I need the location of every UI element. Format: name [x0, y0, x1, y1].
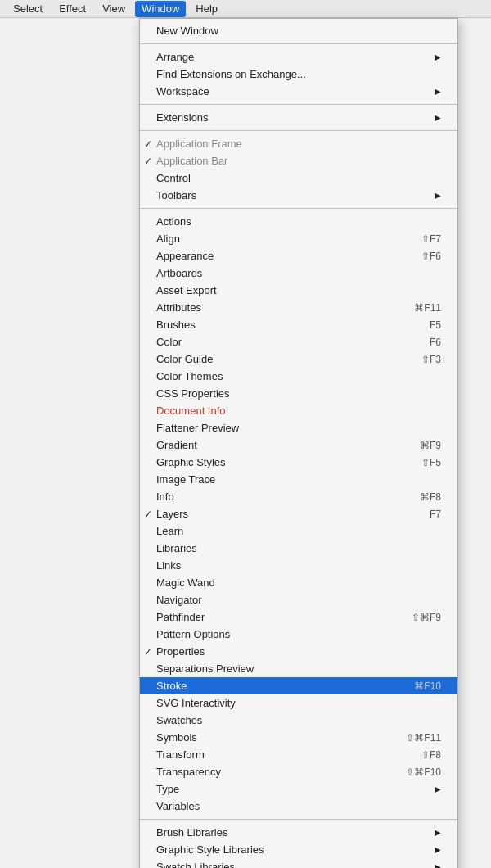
menu-item-symbols[interactable]: Symbols⇧⌘F11: [140, 729, 457, 746]
arrow-icon: ▶: [435, 828, 441, 837]
menu-item-image-trace[interactable]: Image Trace: [140, 471, 457, 488]
menu-item-svg-interactivity[interactable]: SVG Interactivity: [140, 694, 457, 712]
menubar-help[interactable]: Help: [189, 1, 224, 17]
divider-5: [140, 819, 457, 820]
menu-item-brushes[interactable]: BrushesF5: [140, 316, 457, 333]
menu-item-asset-export[interactable]: Asset Export: [140, 282, 457, 299]
menu-item-transform[interactable]: Transform⇧F8: [140, 746, 457, 763]
menu-item-stroke[interactable]: Stroke ⌘F10: [140, 677, 457, 694]
menu-item-properties[interactable]: ✓ Properties: [140, 643, 457, 660]
menu-item-color[interactable]: ColorF6: [140, 333, 457, 350]
menu-item-css-properties[interactable]: CSS Properties: [140, 385, 457, 402]
menu-item-libraries[interactable]: Libraries: [140, 540, 457, 557]
menu-item-artboards[interactable]: Artboards: [140, 264, 457, 282]
divider-4: [140, 208, 457, 209]
divider-2: [140, 104, 457, 105]
menu-item-separations-preview[interactable]: Separations Preview: [140, 660, 457, 677]
menu-item-navigator[interactable]: Navigator: [140, 591, 457, 608]
arrow-icon: ▶: [435, 191, 441, 200]
menu-item-flattener-preview[interactable]: Flattener Preview: [140, 419, 457, 436]
menubar-window[interactable]: Window: [135, 1, 186, 17]
menu-item-color-guide[interactable]: Color Guide⇧F3: [140, 350, 457, 368]
menu-item-toolbars[interactable]: Toolbars ▶: [140, 187, 457, 204]
menu-item-type[interactable]: Type▶: [140, 780, 457, 798]
menu-item-links[interactable]: Links: [140, 557, 457, 574]
menu-item-workspace[interactable]: Workspace ▶: [140, 83, 457, 100]
check-icon: ✓: [144, 509, 152, 520]
menu-item-swatch-libraries[interactable]: Swatch Libraries▶: [140, 858, 457, 868]
menu-item-pattern-options[interactable]: Pattern Options: [140, 626, 457, 643]
menu-item-graphic-styles[interactable]: Graphic Styles⇧F5: [140, 454, 457, 471]
menubar-effect[interactable]: Effect: [52, 1, 92, 17]
arrow-icon: ▶: [435, 784, 441, 793]
check-icon: ✓: [144, 138, 152, 150]
arrow-icon: ▶: [435, 862, 441, 868]
menu-item-brush-libraries[interactable]: Brush Libraries▶: [140, 824, 457, 841]
menu-item-learn[interactable]: Learn: [140, 522, 457, 540]
window-menu-dropdown: New Window Arrange ▶ Find Extensions on …: [139, 18, 458, 868]
menu-item-magic-wand[interactable]: Magic Wand: [140, 574, 457, 591]
menu-item-variables[interactable]: Variables: [140, 798, 457, 815]
check-icon: ✓: [144, 156, 152, 167]
menubar-select[interactable]: Select: [7, 1, 49, 17]
divider-1: [140, 43, 457, 44]
menu-item-swatches[interactable]: Swatches: [140, 712, 457, 729]
divider-3: [140, 130, 457, 131]
menu-item-document-info[interactable]: Document Info: [140, 402, 457, 419]
arrow-icon: ▶: [435, 52, 441, 61]
menu-item-control[interactable]: Control: [140, 170, 457, 187]
menu-item-layers[interactable]: ✓ Layers F7: [140, 505, 457, 522]
menubar-view[interactable]: View: [96, 1, 132, 17]
menu-item-gradient[interactable]: Gradient⌘F9: [140, 436, 457, 454]
menu-item-attributes[interactable]: Attributes⌘F11: [140, 299, 457, 316]
check-icon: ✓: [144, 646, 152, 658]
menu-item-graphic-style-libraries[interactable]: Graphic Style Libraries▶: [140, 841, 457, 858]
menu-item-application-frame[interactable]: ✓ Application Frame: [140, 135, 457, 152]
arrow-icon: ▶: [435, 113, 441, 122]
arrow-icon: ▶: [435, 845, 441, 854]
menu-item-appearance[interactable]: Appearance⇧F6: [140, 247, 457, 264]
menu-item-info[interactable]: Info⌘F8: [140, 488, 457, 505]
menu-item-color-themes[interactable]: Color Themes: [140, 368, 457, 385]
menu-item-extensions[interactable]: Extensions ▶: [140, 109, 457, 126]
menu-item-arrange[interactable]: Arrange ▶: [140, 48, 457, 66]
arrow-icon: ▶: [435, 87, 441, 96]
menu-item-transparency[interactable]: Transparency⇧⌘F10: [140, 763, 457, 780]
menu-item-actions[interactable]: Actions: [140, 213, 457, 230]
menu-item-align[interactable]: Align⇧F7: [140, 230, 457, 247]
menu-item-new-window[interactable]: New Window: [140, 22, 457, 39]
menu-item-application-bar[interactable]: ✓ Application Bar: [140, 152, 457, 170]
menu-item-find-extensions[interactable]: Find Extensions on Exchange...: [140, 66, 457, 83]
menu-item-pathfinder[interactable]: Pathfinder⇧⌘F9: [140, 608, 457, 626]
menubar: Select Effect View Window Help: [0, 0, 491, 18]
